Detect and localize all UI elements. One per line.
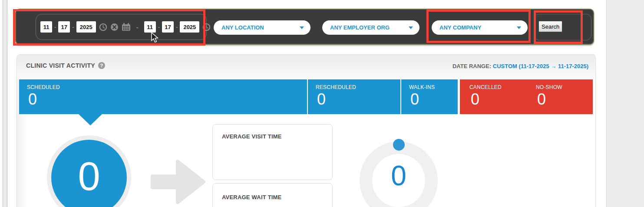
date-from-year-input[interactable] — [76, 21, 96, 33]
company-dropdown[interactable]: ANY COMPANY — [432, 20, 528, 35]
page-right-margin — [606, 0, 644, 207]
date-to-day-input[interactable] — [162, 21, 174, 33]
date-range-summary: DATE RANGE: CUSTOM (11-17-2025 → 11-17-2… — [452, 63, 588, 69]
stat-label: NO-SHOW — [536, 84, 593, 90]
average-visit-time-box: AVERAGE VISIT TIME — [212, 124, 333, 180]
stat-label: WALK-INS — [409, 84, 458, 90]
page-left-edge — [2, 0, 8, 207]
stat-label: SCHEDULED — [27, 84, 307, 90]
clear-icon[interactable] — [110, 23, 119, 31]
panel-title: CLINIC VISIT ACTIVITY ? — [26, 62, 105, 69]
date-to-year-input[interactable] — [180, 21, 199, 33]
stat-label: RESCHEDULED — [316, 84, 400, 90]
scheduled-circle-value: 0 — [78, 154, 100, 199]
stat-label: CANCELLED — [469, 84, 526, 90]
date-from-day-input[interactable] — [58, 21, 70, 33]
date-separator: - — [158, 24, 160, 30]
stat-tile-scheduled: SCHEDULED 0 — [19, 79, 307, 114]
scheduled-circle: 0 — [51, 140, 127, 207]
stat-tile-rescheduled: RESCHEDULED 0 — [308, 79, 400, 114]
caret-down-icon — [517, 26, 521, 29]
company-dropdown-label: ANY COMPANY — [439, 24, 481, 31]
average-visit-time-label: AVERAGE VISIT TIME — [213, 125, 332, 140]
date-from-month-input[interactable] — [40, 21, 52, 33]
employer-org-dropdown-label: ANY EMPLOYER ORG — [330, 24, 390, 31]
stat-value: 0 — [28, 91, 307, 108]
stat-tile-noshow: NO-SHOW 0 — [526, 79, 593, 114]
average-wait-time-label: AVERAGE WAIT TIME — [213, 184, 332, 200]
date-separator: - — [54, 24, 56, 30]
clock-icon[interactable] — [202, 23, 211, 31]
average-wait-time-box: AVERAGE WAIT TIME — [212, 183, 333, 207]
panel-title-text: CLINIC VISIT ACTIVITY — [26, 62, 95, 69]
date-separator: - — [176, 24, 178, 30]
arrow-right-icon — [151, 155, 206, 207]
caret-down-icon — [409, 26, 413, 29]
stat-tile-walkins: WALK-INS 0 — [401, 79, 458, 114]
date-range-fieldset: - - — [36, 14, 207, 40]
date-range-value-link[interactable]: CUSTOM (11-17-2025 → 11-17-2025) — [493, 63, 588, 69]
location-dropdown-label: ANY LOCATION — [221, 24, 264, 31]
filter-bar: - - — [15, 9, 594, 45]
stat-value: 0 — [537, 91, 593, 108]
date-range-label: DATE RANGE: — [452, 63, 491, 69]
date-range-separator: - — [136, 23, 139, 31]
help-icon[interactable]: ? — [98, 62, 105, 69]
location-dropdown[interactable]: ANY LOCATION — [214, 20, 310, 35]
clock-icon[interactable] — [99, 23, 107, 31]
employer-org-dropdown[interactable]: ANY EMPLOYER ORG — [322, 20, 419, 35]
stat-value: 0 — [317, 91, 400, 108]
panel-header: CLINIC VISIT ACTIVITY ? DATE RANGE: CUST… — [17, 55, 595, 79]
stat-tile-cancelled: CANCELLED 0 — [460, 79, 526, 114]
caret-down-icon — [300, 26, 304, 29]
search-button[interactable]: Search — [538, 21, 562, 32]
stat-value: 0 — [410, 91, 458, 108]
scheduled-circle-ring: 0 — [47, 135, 131, 207]
donut-gauge-value: 0 — [360, 161, 438, 191]
stat-tile-cancelled-noshow: CANCELLED 0 NO-SHOW 0 — [460, 79, 593, 114]
date-to-month-input[interactable] — [144, 21, 156, 33]
scheduled-pointer-triangle — [79, 114, 102, 125]
dashboard-screen: - - — [0, 0, 644, 207]
clinic-visit-activity-panel: CLINIC VISIT ACTIVITY ? DATE RANGE: CUST… — [17, 54, 596, 207]
stats-row: SCHEDULED 0 RESCHEDULED 0 WALK-INS 0 CAN… — [19, 79, 593, 114]
stat-value: 0 — [471, 91, 526, 108]
calendar-icon[interactable] — [122, 23, 131, 31]
date-separator: - — [72, 24, 74, 30]
donut-gauge-dot — [393, 139, 405, 151]
